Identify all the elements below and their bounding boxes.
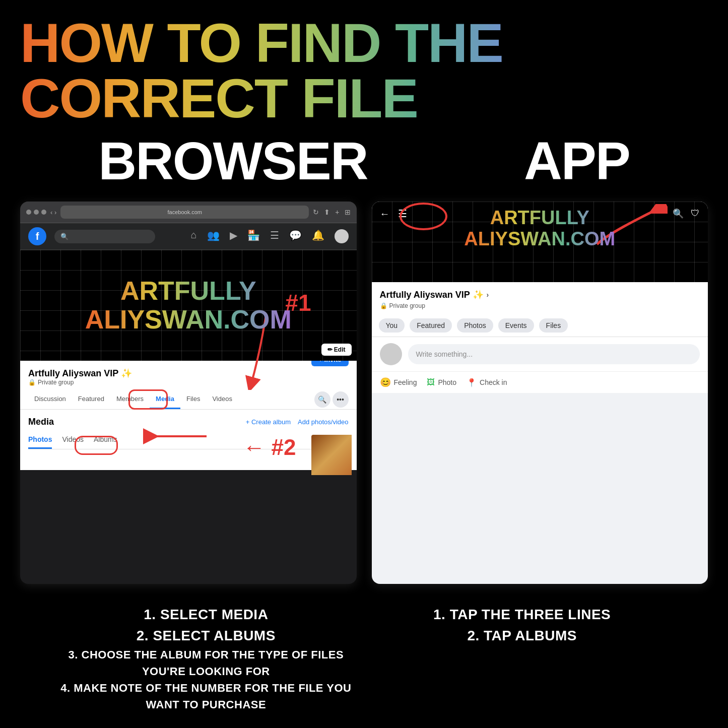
tab-search-icon[interactable]: 🔍 (314, 391, 330, 408)
app-group-name: Artfully Aliyswan VIP ✨ › (380, 289, 700, 300)
step2-annotation: ← #2 (243, 435, 296, 460)
share-icon[interactable]: ⬆ (324, 208, 330, 216)
app-tabs: You Featured Photos Events Files (372, 314, 708, 337)
app-tab-photos[interactable]: Photos (457, 318, 493, 333)
browser-icons: ↻ ⬆ + ⊞ (313, 208, 350, 216)
browser-step2: 2. SELECT ALBUMS (58, 625, 354, 646)
feeling-label: Feeling (394, 378, 417, 386)
tab-members[interactable]: Members (110, 390, 150, 409)
write-area: Write something... (372, 337, 708, 372)
fb-profile-icon[interactable] (335, 229, 349, 243)
fb-logo-icon: f (28, 227, 46, 245)
browser-url: facebook.com (60, 206, 309, 219)
media-actions: + Create album Add photos/video (246, 418, 349, 426)
tab-media[interactable]: Media (150, 390, 180, 409)
feeling-icon: 😊 (380, 377, 391, 388)
app-tab-events[interactable]: Events (498, 318, 534, 333)
fb-home-icon[interactable]: ⌂ (190, 229, 196, 243)
fb-search-input[interactable]: 🔍 (54, 230, 155, 243)
app-shield-icon[interactable]: 🛡 (691, 208, 700, 219)
photo-action[interactable]: 🖼 Photo (427, 378, 456, 387)
feeling-action[interactable]: 😊 Feeling (380, 377, 417, 388)
app-screenshot: ARTFULLYALIYSWAN.COM ← ☰ 🔍 🛡 (372, 202, 708, 584)
photo-icon: 🖼 (427, 378, 435, 387)
browser-instructions: 1. SELECT MEDIA 2. SELECT ALBUMS 3. CHOO… (58, 604, 354, 713)
sub-tab-photos[interactable]: Photos (28, 432, 52, 449)
add-tab-icon[interactable]: + (335, 208, 339, 216)
browser-step1: 1. SELECT MEDIA (58, 604, 354, 625)
lock-icon: 🔒 (28, 379, 36, 386)
app-step1: 1. TAP THE THREE LINES (374, 604, 670, 625)
tabs-icon[interactable]: ⊞ (345, 208, 351, 216)
dot-2 (34, 210, 39, 215)
main-title: HOW TO FIND THE CORRECT FILE (20, 15, 708, 126)
edit-button[interactable]: ✏ Edit (321, 344, 352, 356)
app-group-info: Artfully Aliyswan VIP ✨ › 🔒 Private grou… (372, 282, 708, 314)
app-header-right: 🔍 🛡 (673, 208, 700, 219)
checkin-icon: 📍 (467, 378, 477, 387)
app-tab-files[interactable]: Files (539, 318, 568, 333)
browser-step4: 4. MAKE NOTE OF THE NUMBER FOR THE FILE … (58, 680, 354, 713)
screenshots-row: ‹ › facebook.com ↻ ⬆ + ⊞ f 🔍 ⌂ 👥 ▶ 🏪 (20, 202, 708, 584)
tab-files[interactable]: Files (180, 390, 206, 409)
fb-friends-icon[interactable]: 👥 (207, 229, 220, 243)
app-step2: 2. TAP ALBUMS (374, 625, 670, 646)
tab-discussion[interactable]: Discussion (28, 390, 72, 409)
user-avatar (380, 343, 402, 365)
app-private-badge: 🔒 Private group (380, 302, 700, 309)
browser-header: BROWSER (98, 131, 367, 191)
albums-tab-circle (75, 436, 118, 455)
app-chevron-icon[interactable]: › (487, 291, 489, 299)
app-lock-icon: 🔒 (380, 302, 387, 309)
checkin-action[interactable]: 📍 Check in (467, 378, 507, 387)
app-cover: ARTFULLYALIYSWAN.COM ← ☰ 🔍 🛡 (372, 202, 708, 282)
fb-nav-icons: ⌂ 👥 ▶ 🏪 ☰ 💬 🔔 (190, 229, 348, 243)
tabs-container: Discussion Featured Members Media Files … (20, 390, 357, 410)
fb-messenger-icon[interactable]: 💬 (289, 229, 302, 243)
app-tab-you[interactable]: You (379, 318, 405, 333)
fb-notification-icon[interactable]: 🔔 (312, 229, 324, 243)
fb-nav: f 🔍 ⌂ 👥 ▶ 🏪 ☰ 💬 🔔 (20, 223, 357, 250)
bottom-instructions: 1. SELECT MEDIA 2. SELECT ALBUMS 3. CHOO… (58, 599, 670, 718)
refresh-icon[interactable]: ↻ (313, 208, 319, 216)
browser-bar: ‹ › facebook.com ↻ ⬆ + ⊞ (20, 202, 357, 223)
app-header: APP (524, 131, 630, 191)
app-back-icon[interactable]: ← (380, 208, 390, 220)
group-tabs: Discussion Featured Members Media Files … (20, 390, 357, 410)
app-instructions: 1. TAP THE THREE LINES 2. TAP ALBUMS (374, 604, 670, 713)
write-input[interactable]: Write something... (408, 344, 700, 364)
browser-screenshot: ‹ › facebook.com ↻ ⬆ + ⊞ f 🔍 ⌂ 👥 ▶ 🏪 (20, 202, 357, 584)
action-bar: 😊 Feeling 🖼 Photo 📍 Check in (372, 372, 708, 393)
app-search-icon[interactable]: 🔍 (673, 208, 684, 219)
fb-marketplace-icon[interactable]: 🏪 (247, 229, 260, 243)
checkin-label: Check in (480, 378, 507, 386)
photo-label: Photo (438, 378, 456, 386)
group-info-browser: Artfully Aliyswan VIP ✨ 🔒 Private group … (20, 361, 357, 390)
media-title: Media (28, 417, 54, 427)
media-section: Media + Create album Add photos/video Ph… (20, 410, 357, 470)
page: HOW TO FIND THE CORRECT FILE BROWSER APP… (0, 0, 728, 728)
browser-dots (26, 210, 46, 215)
private-badge-browser: 🔒 Private group (28, 379, 132, 386)
group-name-browser: Artfully Aliyswan VIP ✨ (28, 368, 132, 379)
dot-3 (41, 210, 46, 215)
tab-more-icon[interactable]: ••• (333, 391, 349, 408)
tab-featured[interactable]: Featured (72, 390, 110, 409)
fb-menu-icon[interactable]: ☰ (270, 229, 279, 243)
dot-1 (26, 210, 31, 215)
media-thumbnail (311, 435, 352, 475)
hamburger-circle (400, 203, 447, 230)
arrow2-svg (141, 424, 212, 449)
app-tab-featured[interactable]: Featured (410, 318, 452, 333)
browser-step3: 3. CHOOSE THE ALBUM FOR THE TYPE OF FILE… (58, 646, 354, 680)
cover-title: ARTFULLYALIYSWAN.COM (85, 277, 292, 334)
create-album-link[interactable]: + Create album (246, 418, 291, 426)
tab-videos[interactable]: Videos (206, 390, 238, 409)
add-photos-link[interactable]: Add photos/video (298, 418, 348, 426)
section-headers: BROWSER APP (20, 131, 708, 191)
browser-nav-back[interactable]: ‹ › (50, 209, 56, 216)
fb-video-icon[interactable]: ▶ (230, 229, 237, 243)
